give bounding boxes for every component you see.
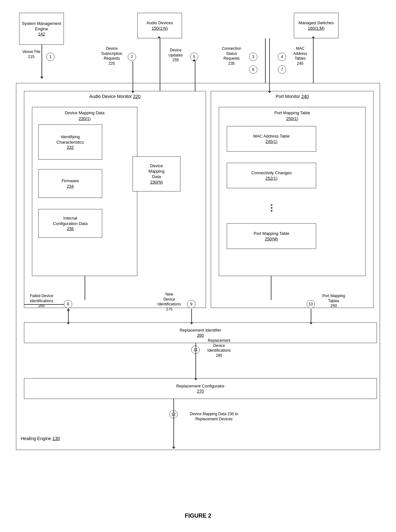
dots-port: [271, 204, 272, 212]
mac-address-title: MAC Address Table: [253, 134, 290, 139]
arrow-audio-to-8: [68, 308, 69, 310]
step-4-circle: 4: [278, 53, 286, 61]
venue-file-label: Venue File 215: [20, 49, 42, 59]
arrow-11-down: [195, 343, 196, 378]
new-device-label: NewDeviceIdentifications275: [153, 292, 185, 312]
arrow-5-up: [195, 61, 195, 91]
connectivity-box: Connectivity Changes 252(1): [227, 163, 316, 188]
device-mapping-replacement-label: Device Mapping Data 230 toReplacement De…: [179, 412, 249, 422]
system-mgmt-box: System Management Engine 142: [19, 13, 64, 45]
arrow-port-down: [265, 38, 266, 83]
managed-switches-title: Managed Switches: [299, 20, 334, 26]
replacement-config-title: Replacement Configurator: [176, 384, 225, 389]
arrow-2-down: [133, 61, 133, 91]
device-subscription-label: DeviceSubscriptionRequests225: [97, 46, 126, 66]
system-mgmt-number: 142: [38, 32, 45, 36]
managed-switches-box: Managed Switches 160(1:M): [294, 13, 339, 38]
device-mapping-n-box: DeviceMappingData 230(N): [133, 156, 180, 191]
mac-tables-label: MACAddressTables245: [287, 46, 313, 66]
step-1-circle: 1: [46, 53, 55, 61]
identifying-title: IdentifyingCharacteristics: [57, 134, 84, 145]
line-pm-down: [271, 276, 271, 300]
port-mapping-m-box: Port Mapping Table 250(M): [227, 223, 316, 249]
device-updates-label: DeviceUpdates255: [163, 48, 188, 63]
line-dm-down: [85, 276, 85, 300]
failed-device-label: Failed DeviceIdentifications265: [21, 294, 62, 309]
port-mapping-m-number: 250(M): [265, 236, 278, 241]
audio-monitor-title: Audio Device Monitor: [89, 94, 133, 99]
mac-address-box: MAC Address Table 245(1): [227, 126, 316, 152]
identifying-box: IdentifyingCharacteristics 232: [38, 124, 102, 160]
port-mapping-tables-label: Port MappingTables250: [318, 294, 350, 309]
arrow-9-down: [191, 309, 192, 322]
device-mapping-n-number: 230(N): [150, 180, 163, 184]
connection-status-label: ConnectionStatusRequests235: [217, 46, 246, 66]
managed-switches-number: 160(1:M): [308, 26, 324, 31]
internal-config-box: InternalConfiguration Data 236: [38, 209, 102, 238]
port-monitor-title: Port Monitor: [276, 94, 301, 99]
connectivity-number: 252(1): [265, 176, 278, 181]
arrow-port-connect: [269, 38, 270, 91]
healing-engine-label: Healing Engine 130: [21, 436, 60, 441]
firmware-number: 234: [67, 184, 74, 189]
arrow-10-down: [311, 309, 311, 322]
step-3-circle: 3: [249, 53, 257, 61]
system-mgmt-title: System Management Engine: [21, 21, 62, 32]
arrow-managed-up: [313, 38, 314, 83]
diagram: System Management Engine 142 Audio Devic…: [0, 0, 396, 532]
internal-config-number: 236: [67, 226, 74, 231]
audio-devices-title: Audio Devices: [146, 20, 173, 26]
step-8-circle: 8: [64, 300, 72, 308]
step-7-circle: 7: [278, 65, 286, 74]
identifying-number: 232: [67, 145, 74, 150]
device-mapping-n-title: DeviceMappingData: [148, 163, 164, 180]
arrow-audio-connect: [160, 38, 160, 91]
port-monitor-number: 240: [301, 94, 308, 99]
replacement-config-box: Replacement Configurator 270: [24, 378, 377, 399]
step-2-circle: 2: [128, 53, 136, 61]
connectivity-title: Connectivity Changes: [251, 170, 292, 176]
replacement-device-label: ReplacementDeviceIdentifications285: [200, 338, 238, 358]
step-10-circle: 10: [307, 300, 315, 308]
step-9-circle: 9: [187, 300, 195, 308]
replacement-id-title: Replacement Identifier: [179, 328, 221, 333]
port-mapping-m-title: Port Mapping Table: [254, 231, 289, 236]
line-h-bottom: [24, 304, 64, 305]
audio-monitor-number: 220: [133, 94, 141, 99]
audio-devices-number: 150(1:N): [152, 26, 168, 31]
audio-devices-box: Audio Devices 150(1:N): [137, 13, 182, 38]
arrow-12-down: [173, 399, 174, 447]
firmware-box: Firmware 234: [38, 169, 102, 198]
figure-title: FIGURE 2: [185, 513, 211, 519]
step-6-circle: 6: [249, 65, 257, 74]
mac-address-number: 245(1): [265, 139, 278, 144]
firmware-title: Firmware: [62, 178, 79, 184]
internal-config-title: InternalConfiguration Data: [53, 216, 88, 227]
arrow-sysmgmt-down: [42, 45, 42, 77]
